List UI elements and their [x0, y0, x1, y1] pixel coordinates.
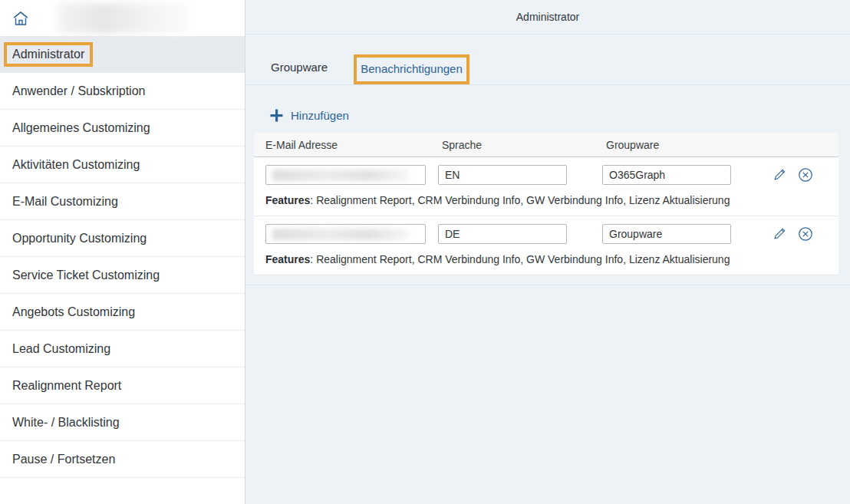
sidebar-header — [0, 0, 245, 36]
tab-benachrichtigungen[interactable]: Benachrichtigungen — [361, 62, 463, 75]
redacted-email-value — [272, 170, 409, 181]
row-actions — [771, 166, 814, 183]
redacted-email-value — [272, 229, 409, 240]
page-header: Administrator — [245, 0, 850, 35]
section-divider — [245, 285, 850, 285]
email-input-redacted[interactable] — [265, 165, 426, 185]
email-input-redacted[interactable] — [265, 224, 426, 244]
sidebar-item-label: E-Mail Customizing — [12, 195, 118, 209]
plus-icon — [269, 108, 284, 123]
row-actions — [771, 226, 814, 242]
features-value: : Realignment Report, CRM Verbindung Inf… — [310, 253, 730, 265]
redacted-logo — [57, 3, 189, 34]
features-value: : Realignment Report, CRM Verbindung Inf… — [310, 194, 730, 206]
groupware-input[interactable] — [602, 165, 731, 185]
features-label: Features — [265, 253, 310, 265]
app-window: Administrator Anwender / Subskription Al… — [0, 0, 850, 504]
add-button-label: Hinzufügen — [291, 109, 349, 122]
sidebar-item-service-ticket-customizing[interactable]: Service Ticket Customizing — [0, 257, 245, 294]
sidebar-item-label: Angebots Customizing — [12, 305, 135, 319]
sidebar-item-label: Pause / Fortsetzen — [12, 453, 115, 466]
groupware-input[interactable] — [602, 224, 731, 244]
annotation-highlight-box: Administrator — [4, 42, 93, 67]
annotation-highlight-box: Benachrichtigungen — [354, 54, 469, 84]
sidebar-item-email-customizing[interactable]: E-Mail Customizing — [0, 183, 245, 220]
home-icon[interactable] — [11, 8, 31, 28]
sidebar-item-white-blacklisting[interactable]: White- / Blacklisting — [0, 404, 245, 441]
features-text: Features: Realignment Report, CRM Verbin… — [254, 253, 838, 265]
column-header-groupware: Groupware — [602, 139, 838, 151]
sidebar-item-label: Administrator — [12, 48, 84, 61]
sidebar: Administrator Anwender / Subskription Al… — [0, 0, 245, 504]
sidebar-item-allgemeines-customizing[interactable]: Allgemeines Customizing — [0, 110, 245, 147]
features-label: Features — [265, 194, 310, 206]
main-area: Administrator Groupware Benachrichtigung… — [245, 0, 850, 504]
sidebar-item-anwender-subskription[interactable]: Anwender / Subskription — [0, 73, 245, 110]
page-title: Administrator — [516, 11, 579, 23]
sidebar-item-lead-customizing[interactable]: Lead Customizing — [0, 331, 245, 367]
sidebar-item-label: White- / Blacklisting — [12, 416, 120, 430]
delete-x-circle-icon[interactable] — [797, 166, 814, 183]
sidebar-item-realignment-report[interactable]: Realignment Report — [0, 367, 245, 404]
column-header-email: E-Mail Adresse — [265, 139, 438, 151]
notifications-table: E-Mail Adresse Sprache Groupware — [254, 133, 838, 275]
edit-pencil-icon[interactable] — [771, 166, 788, 183]
sprache-input[interactable] — [438, 165, 567, 185]
tab-content: Hinzufügen E-Mail Adresse Sprache Groupw… — [245, 85, 850, 504]
sidebar-item-label: Realignment Report — [12, 379, 121, 393]
sidebar-item-opportunity-customizing[interactable]: Opportunity Customizing — [0, 220, 245, 257]
sprache-input[interactable] — [438, 224, 567, 244]
sidebar-item-label: Allgemeines Customizing — [12, 121, 150, 135]
sidebar-item-label: Opportunity Customizing — [12, 232, 147, 245]
column-header-sprache: Sprache — [438, 139, 602, 151]
sidebar-item-label: Anwender / Subskription — [12, 84, 145, 98]
features-text: Features: Realignment Report, CRM Verbin… — [254, 194, 838, 206]
sidebar-item-label: Aktivitäten Customizing — [12, 158, 140, 172]
add-button[interactable]: Hinzufügen — [269, 108, 850, 123]
sidebar-item-label: Service Ticket Customizing — [12, 268, 160, 282]
row-fields — [254, 224, 838, 244]
sidebar-item-aktivitaeten-customizing[interactable]: Aktivitäten Customizing — [0, 147, 245, 183]
table-row: Features: Realignment Report, CRM Verbin… — [254, 216, 838, 275]
sidebar-item-administrator[interactable]: Administrator — [0, 36, 245, 73]
tab-bar: Groupware Benachrichtigungen — [245, 35, 850, 85]
sidebar-item-label: Lead Customizing — [12, 342, 110, 356]
delete-x-circle-icon[interactable] — [797, 226, 814, 242]
sidebar-item-pause-fortsetzen[interactable]: Pause / Fortsetzen — [0, 441, 245, 478]
tab-groupware[interactable]: Groupware — [271, 61, 328, 84]
table-row: Features: Realignment Report, CRM Verbin… — [254, 157, 838, 216]
sidebar-item-angebots-customizing[interactable]: Angebots Customizing — [0, 294, 245, 331]
table-header-row: E-Mail Adresse Sprache Groupware — [254, 133, 838, 157]
row-fields — [254, 165, 838, 185]
edit-pencil-icon[interactable] — [771, 226, 788, 242]
